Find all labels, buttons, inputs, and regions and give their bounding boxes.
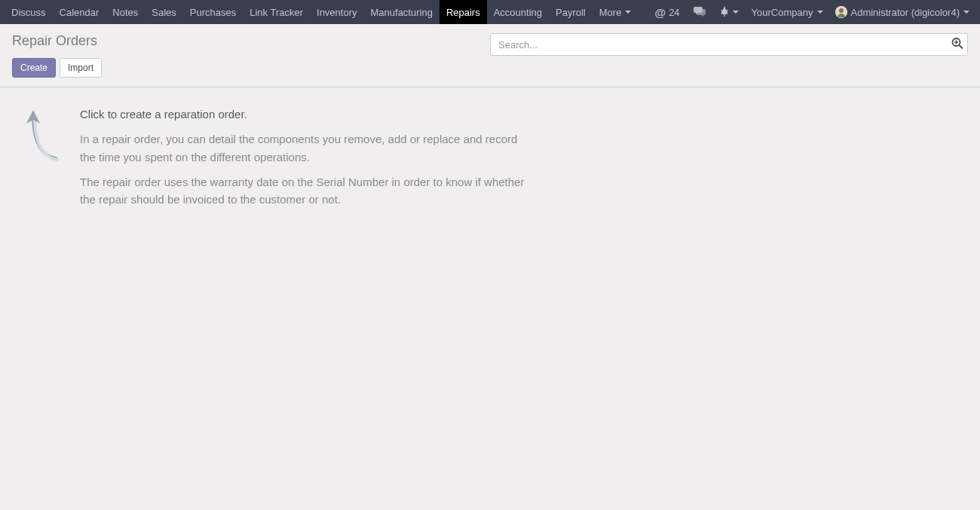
svg-line-4: [960, 45, 963, 49]
hint-arrow-icon: [20, 104, 72, 166]
company-switcher[interactable]: YourCompany: [746, 0, 829, 24]
nav-repairs[interactable]: Repairs: [439, 0, 487, 24]
nav-notes[interactable]: Notes: [106, 0, 145, 24]
bug-icon: [719, 6, 730, 19]
nav-accounting[interactable]: Accounting: [487, 0, 549, 24]
nav-discuss[interactable]: Discuss: [5, 0, 53, 24]
at-icon: @: [654, 6, 666, 19]
main-content: Click to create a reparation order. In a…: [0, 87, 980, 234]
notification-count: 24: [669, 7, 679, 18]
top-navbar: Discuss Calendar Notes Sales Purchases L…: [0, 0, 980, 24]
nav-more-label: More: [599, 7, 622, 18]
debug-button[interactable]: [712, 0, 746, 24]
nav-manufacturing[interactable]: Manufacturing: [364, 0, 439, 24]
company-name: YourCompany: [752, 7, 813, 18]
search-expand-button[interactable]: [951, 38, 963, 52]
nav-sales[interactable]: Sales: [145, 0, 183, 24]
nav-inventory[interactable]: Inventory: [310, 0, 363, 24]
chevron-down-icon: [963, 11, 969, 14]
help-text: Click to create a reparation order. In a…: [80, 105, 525, 215]
nav-right: @ 24 YourCompany Administrator (digicolo…: [648, 0, 975, 24]
nav-link-tracker[interactable]: Link Tracker: [243, 0, 310, 24]
svg-point-0: [721, 9, 727, 14]
svg-point-2: [839, 8, 844, 13]
messages-button[interactable]: [687, 0, 712, 24]
nav-more[interactable]: More: [593, 0, 639, 24]
chevron-down-icon: [733, 11, 739, 14]
search-plus-icon: [951, 38, 963, 52]
user-name: Administrator (digicolor4): [851, 7, 960, 18]
search-wrap: [490, 33, 968, 56]
chevron-down-icon: [625, 11, 631, 14]
import-button[interactable]: Import: [60, 58, 102, 78]
help-line-2: In a repair order, you can detail the co…: [80, 130, 525, 166]
help-line-3: The repair order uses the warranty date …: [80, 173, 525, 209]
avatar: [835, 6, 847, 18]
button-row: Create Import: [12, 58, 490, 78]
nav-calendar[interactable]: Calendar: [53, 0, 106, 24]
nav-purchases[interactable]: Purchases: [183, 0, 243, 24]
nav-left: Discuss Calendar Notes Sales Purchases L…: [5, 0, 648, 24]
search-input[interactable]: [490, 33, 968, 56]
help-line-1: Click to create a reparation order.: [80, 105, 525, 123]
nav-payroll[interactable]: Payroll: [549, 0, 593, 24]
chevron-down-icon: [817, 11, 823, 14]
control-panel: Repair Orders Create Import: [0, 24, 980, 87]
page-title: Repair Orders: [12, 30, 490, 55]
user-menu[interactable]: Administrator (digicolor4): [829, 0, 976, 24]
notifications-button[interactable]: @ 24: [648, 0, 686, 24]
create-button[interactable]: Create: [12, 58, 56, 78]
chat-icon: [694, 6, 706, 19]
